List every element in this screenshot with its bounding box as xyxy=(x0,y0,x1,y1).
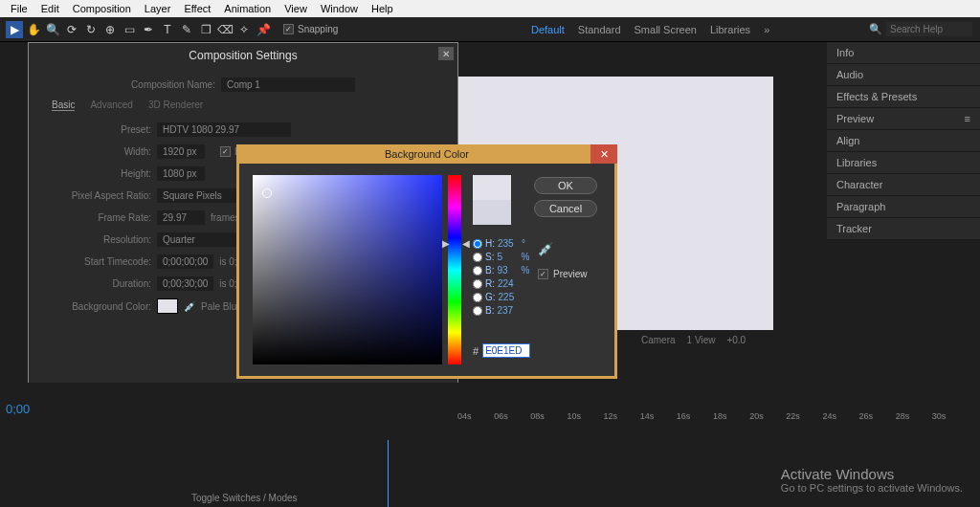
bb-radio[interactable] xyxy=(473,306,482,316)
viewer-views[interactable]: 1 View xyxy=(687,335,716,345)
menu-window[interactable]: Window xyxy=(314,3,365,14)
playhead[interactable] xyxy=(388,440,389,507)
right-panel-stack: Info Audio Effects & Presets Preview≡ Al… xyxy=(827,42,980,240)
hue-indicator-left-icon: ▶ xyxy=(442,238,450,249)
menu-layer[interactable]: Layer xyxy=(138,3,178,14)
snapping-toggle[interactable]: ✓Snapping xyxy=(283,24,338,34)
preset-label: Preset: xyxy=(46,124,151,135)
color-preview-swatches xyxy=(473,175,511,225)
toolbar: ▶ ✋ 🔍 ⟳ ↻ ⊕ ▭ ✒ T ✎ ❐ ⌫ ✧ 📌 ✓Snapping De… xyxy=(0,17,980,42)
menu-animation[interactable]: Animation xyxy=(217,3,278,14)
pen-tool-icon[interactable]: ✒ xyxy=(140,21,157,38)
panel-character[interactable]: Character xyxy=(827,174,980,196)
roto-tool-icon[interactable]: ✧ xyxy=(235,21,253,38)
menu-composition[interactable]: Composition xyxy=(66,3,138,14)
tab-3d-renderer[interactable]: 3D Renderer xyxy=(148,99,203,111)
g-value[interactable]: 225 xyxy=(499,292,520,302)
r-radio[interactable] xyxy=(473,279,482,289)
hex-hash: # xyxy=(473,345,479,357)
tab-basic[interactable]: Basic xyxy=(52,99,75,111)
panel-preview[interactable]: Preview≡ xyxy=(827,108,980,130)
bg-color-swatch[interactable] xyxy=(157,298,178,314)
workspace-more-icon[interactable]: » xyxy=(764,24,769,35)
color-picker-dialog: Background Color ✕ ▶ ◀ OK Cancel 💉 ✓Prev… xyxy=(236,144,617,379)
current-timecode[interactable]: 0;00 xyxy=(6,402,30,416)
type-tool-icon[interactable]: T xyxy=(159,21,176,38)
workspace-default[interactable]: Default xyxy=(531,24,565,35)
height-input[interactable]: 1080 px xyxy=(157,166,205,181)
width-input[interactable]: 1920 px xyxy=(157,144,205,159)
bb-value[interactable]: 237 xyxy=(497,305,518,316)
color-preview-checkbox[interactable]: ✓Preview xyxy=(538,269,588,279)
brush-tool-icon[interactable]: ✎ xyxy=(178,21,195,38)
comp-name-input[interactable]: Comp 1 xyxy=(221,77,355,92)
s-value[interactable]: 5 xyxy=(497,252,518,262)
orbit-tool-icon[interactable]: ⟳ xyxy=(63,21,80,38)
clone-tool-icon[interactable]: ❐ xyxy=(197,21,214,38)
panel-audio[interactable]: Audio xyxy=(827,64,980,86)
hex-input[interactable] xyxy=(482,343,530,358)
workspace-libraries[interactable]: Libraries xyxy=(710,24,750,35)
color-picker-close-button[interactable]: ✕ xyxy=(590,144,617,164)
panel-menu-icon[interactable]: ≡ xyxy=(965,113,970,124)
menu-file[interactable]: File xyxy=(4,3,34,14)
search-input[interactable] xyxy=(886,22,972,36)
h-value[interactable]: 235 xyxy=(498,238,519,249)
bg-label: Background Color: xyxy=(46,301,151,312)
h-radio[interactable] xyxy=(473,239,482,249)
dialog-title: Composition Settings ✕ xyxy=(29,43,457,68)
r-value[interactable]: 224 xyxy=(498,278,519,289)
viewer-camera[interactable]: Camera xyxy=(641,335,676,345)
viewer-footer: Camera 1 View +0.0 xyxy=(641,335,746,345)
panel-tracker[interactable]: Tracker xyxy=(827,218,980,240)
fps-input[interactable]: 29.97 xyxy=(157,210,205,225)
old-color-swatch[interactable] xyxy=(473,200,511,225)
tab-advanced[interactable]: Advanced xyxy=(90,99,132,111)
workspace-small-screen[interactable]: Small Screen xyxy=(635,24,697,35)
zoom-tool-icon[interactable]: 🔍 xyxy=(44,21,61,38)
sv-cursor-icon xyxy=(262,188,272,198)
rotate-tool-icon[interactable]: ↻ xyxy=(82,21,100,38)
viewer-exposure[interactable]: +0.0 xyxy=(726,335,746,345)
color-ok-button[interactable]: OK xyxy=(534,177,597,194)
panel-effects-presets[interactable]: Effects & Presets xyxy=(827,86,980,108)
selection-tool-icon[interactable]: ▶ xyxy=(6,21,23,38)
s-radio[interactable] xyxy=(473,253,482,262)
menu-view[interactable]: View xyxy=(278,3,314,14)
eyedropper-tool-icon[interactable]: 💉 xyxy=(538,242,553,256)
anchor-tool-icon[interactable]: ⊕ xyxy=(101,21,119,38)
toggle-switches-button[interactable]: Toggle Switches / Modes xyxy=(191,493,298,503)
start-input[interactable]: 0;00;00;00 xyxy=(157,254,213,269)
puppet-tool-icon[interactable]: 📌 xyxy=(255,21,272,38)
height-label: Height: xyxy=(46,168,151,179)
g-radio[interactable] xyxy=(473,293,482,302)
time-ruler[interactable]: 04s06s08s10s12s14s16s18s20s22s24s26s28s3… xyxy=(457,411,969,425)
close-button[interactable]: ✕ xyxy=(438,47,454,60)
bv-value[interactable]: 93 xyxy=(497,265,518,276)
panel-paragraph[interactable]: Paragraph xyxy=(827,196,980,218)
rect-tool-icon[interactable]: ▭ xyxy=(121,21,138,38)
menu-effect[interactable]: Effect xyxy=(177,3,217,14)
menu-edit[interactable]: Edit xyxy=(34,3,66,14)
hue-slider[interactable] xyxy=(448,175,461,364)
b-radio[interactable] xyxy=(473,266,482,276)
hand-tool-icon[interactable]: ✋ xyxy=(25,21,42,38)
panel-align[interactable]: Align xyxy=(827,130,980,152)
color-cancel-button[interactable]: Cancel xyxy=(534,200,597,217)
fps-label: Frame Rate: xyxy=(46,212,151,223)
help-search: 🔍 xyxy=(869,22,972,36)
par-label: Pixel Aspect Ratio: xyxy=(46,190,151,201)
comp-tabs: Basic Advanced 3D Renderer xyxy=(46,99,440,111)
workspace-standard[interactable]: Standard xyxy=(578,24,621,35)
dur-label: Duration: xyxy=(46,278,151,289)
eyedropper-icon[interactable]: 💉 xyxy=(184,301,195,312)
dur-input[interactable]: 0;00;30;00 xyxy=(157,276,213,291)
panel-libraries[interactable]: Libraries xyxy=(827,152,980,174)
preset-select[interactable]: HDTV 1080 29.97 xyxy=(157,122,291,137)
saturation-value-field[interactable] xyxy=(253,175,442,364)
panel-info[interactable]: Info xyxy=(827,42,980,64)
workspace-switcher: Default Standard Small Screen Libraries … xyxy=(531,24,769,35)
eraser-tool-icon[interactable]: ⌫ xyxy=(216,21,234,38)
comp-name-label: Composition Name: xyxy=(131,79,215,90)
menu-help[interactable]: Help xyxy=(365,3,400,14)
